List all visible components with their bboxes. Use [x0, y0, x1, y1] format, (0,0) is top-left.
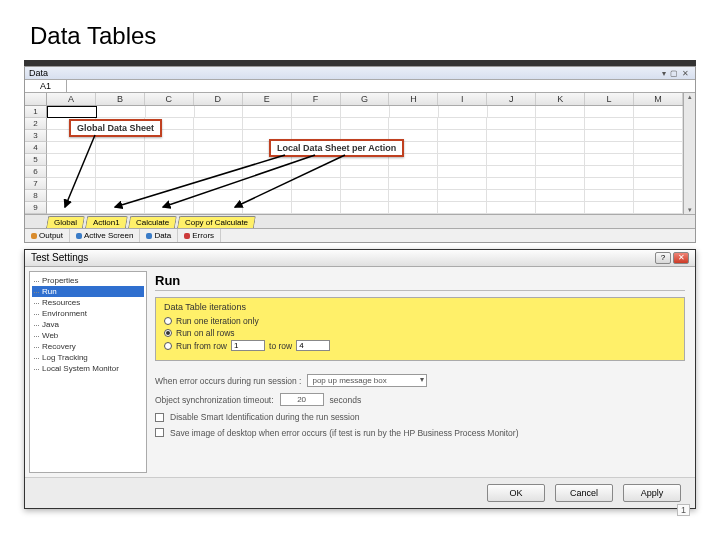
cell[interactable] — [292, 106, 341, 118]
cell[interactable] — [194, 118, 243, 130]
close-icon[interactable]: ✕ — [673, 252, 689, 264]
cell[interactable] — [341, 106, 390, 118]
col-head[interactable]: F — [292, 93, 341, 105]
pane-tab-data[interactable]: Data — [140, 229, 178, 242]
cell[interactable] — [243, 106, 292, 118]
cell[interactable] — [634, 106, 683, 118]
cell[interactable] — [145, 178, 194, 190]
cell[interactable] — [585, 130, 634, 142]
cell[interactable] — [47, 202, 96, 214]
cell[interactable] — [389, 166, 438, 178]
row-head[interactable]: 1 — [25, 106, 47, 118]
cell[interactable] — [488, 106, 537, 118]
cell[interactable] — [145, 142, 194, 154]
cell[interactable] — [438, 178, 487, 190]
checkbox-disable-smart-id[interactable] — [155, 413, 164, 422]
cancel-button[interactable]: Cancel — [555, 484, 613, 502]
cell[interactable] — [389, 190, 438, 202]
cell[interactable] — [585, 202, 634, 214]
cell[interactable] — [389, 178, 438, 190]
col-head[interactable]: E — [243, 93, 292, 105]
panel-window-controls[interactable]: ▾▢✕ — [660, 68, 691, 78]
from-row-input[interactable] — [231, 340, 265, 351]
col-head[interactable]: I — [438, 93, 487, 105]
cell[interactable] — [195, 106, 244, 118]
cell[interactable] — [292, 178, 341, 190]
cell[interactable] — [634, 142, 683, 154]
col-head[interactable]: C — [145, 93, 194, 105]
cell[interactable] — [194, 154, 243, 166]
help-icon[interactable]: ? — [655, 252, 671, 264]
cell[interactable] — [536, 190, 585, 202]
cell[interactable] — [438, 154, 487, 166]
cell[interactable] — [585, 118, 634, 130]
cell[interactable] — [194, 178, 243, 190]
pane-tab-errors[interactable]: Errors — [178, 229, 221, 242]
cell[interactable] — [585, 190, 634, 202]
cell[interactable] — [145, 202, 194, 214]
sheet-tab[interactable]: Global — [46, 216, 85, 228]
table-row[interactable]: 6 — [25, 166, 683, 178]
cell[interactable] — [438, 118, 487, 130]
row-head[interactable]: 4 — [25, 142, 47, 154]
checkbox-save-desktop-image[interactable] — [155, 428, 164, 437]
cell[interactable] — [47, 166, 96, 178]
cell[interactable] — [487, 190, 536, 202]
cell[interactable] — [389, 118, 438, 130]
cell[interactable] — [634, 202, 683, 214]
cell[interactable] — [487, 166, 536, 178]
table-row[interactable]: 8 — [25, 190, 683, 202]
cell[interactable] — [390, 106, 439, 118]
cell[interactable] — [341, 166, 390, 178]
cell[interactable] — [536, 178, 585, 190]
sheet-tab[interactable]: Action1 — [85, 216, 128, 228]
radio-all-rows[interactable] — [164, 329, 172, 337]
cell[interactable] — [536, 142, 585, 154]
row-head[interactable]: 6 — [25, 166, 47, 178]
tree-item-java[interactable]: Java — [32, 319, 144, 330]
cell[interactable] — [47, 190, 96, 202]
tree-item-resources[interactable]: Resources — [32, 297, 144, 308]
pane-tab-active-screen[interactable]: Active Screen — [70, 229, 140, 242]
row-head[interactable]: 8 — [25, 190, 47, 202]
col-head[interactable]: G — [341, 93, 390, 105]
vertical-scrollbar[interactable]: ▴▾ — [683, 93, 695, 214]
cell[interactable] — [96, 154, 145, 166]
to-row-input[interactable] — [296, 340, 330, 351]
cell[interactable] — [292, 190, 341, 202]
col-head[interactable]: D — [194, 93, 243, 105]
cell[interactable] — [243, 166, 292, 178]
cell[interactable] — [145, 166, 194, 178]
cell[interactable] — [341, 202, 390, 214]
table-row[interactable]: 9 — [25, 202, 683, 214]
error-action-combo[interactable]: pop up message box — [307, 374, 427, 387]
col-head[interactable]: J — [487, 93, 536, 105]
tree-item-web[interactable]: Web — [32, 330, 144, 341]
cell[interactable] — [243, 178, 292, 190]
cell[interactable] — [536, 166, 585, 178]
cell[interactable] — [292, 118, 341, 130]
cell[interactable] — [47, 106, 97, 118]
cell[interactable] — [145, 190, 194, 202]
cell[interactable] — [97, 106, 146, 118]
radio-row-range[interactable] — [164, 342, 172, 350]
data-grid[interactable]: A B C D E F G H I J K L M 123456789 — [25, 93, 683, 214]
table-row[interactable]: 1 — [25, 106, 683, 118]
tree-item-properties[interactable]: Properties — [32, 275, 144, 286]
cell[interactable] — [634, 118, 683, 130]
cell[interactable] — [47, 178, 96, 190]
cell[interactable] — [341, 118, 390, 130]
cell[interactable] — [487, 178, 536, 190]
cell[interactable] — [341, 178, 390, 190]
tree-item-recovery[interactable]: Recovery — [32, 341, 144, 352]
cell[interactable] — [585, 154, 634, 166]
formula-bar[interactable] — [67, 80, 695, 92]
cell[interactable] — [341, 190, 390, 202]
cell[interactable] — [585, 142, 634, 154]
col-head[interactable]: B — [96, 93, 145, 105]
cell[interactable] — [438, 130, 487, 142]
cell[interactable] — [438, 190, 487, 202]
cell[interactable] — [438, 166, 487, 178]
cell-reference-box[interactable]: A1 — [25, 80, 67, 92]
cell[interactable] — [438, 142, 487, 154]
